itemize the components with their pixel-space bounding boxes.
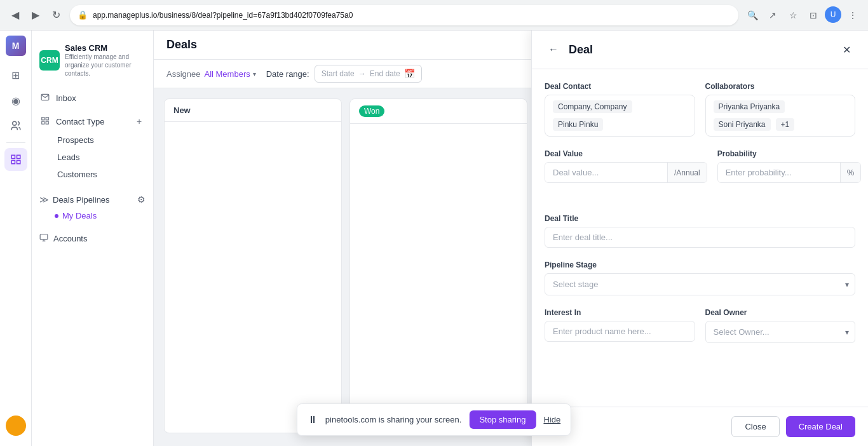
svg-rect-7 — [46, 121, 48, 124]
nav-sub-customers[interactable]: Customers — [32, 166, 153, 183]
nav-my-deals[interactable]: My Deals — [32, 208, 153, 223]
reload-button[interactable]: ↻ — [47, 6, 65, 24]
svg-rect-4 — [11, 161, 15, 164]
contact-type-add-button[interactable]: + — [133, 115, 146, 128]
kanban-column-won-body — [350, 124, 527, 251]
search-button[interactable]: 🔍 — [743, 6, 761, 24]
inbox-icon — [39, 93, 51, 104]
contact-type-icon — [39, 116, 51, 127]
crm-name: Sales CRM — [65, 43, 146, 53]
date-range-section: Date range: Start date → End date 📅 — [266, 65, 422, 83]
interest-owner-row: Interest In Deal Owner Select Owner... ▾ — [545, 308, 855, 343]
svg-rect-9 — [40, 234, 48, 240]
sidebar-item-crm[interactable] — [4, 148, 27, 171]
assignee-dropdown[interactable]: All Members ▾ — [204, 69, 255, 79]
kanban-col-new-label: New — [173, 105, 191, 115]
bookmark-button[interactable]: ☆ — [784, 6, 802, 24]
stop-sharing-button[interactable]: Stop sharing — [469, 410, 536, 429]
sidebar-item-grid[interactable]: ⊞ — [4, 64, 27, 86]
deals-gear-icon[interactable]: ⚙ — [137, 194, 146, 205]
deal-panel: ← Deal ✕ Deal Contact Company, Company P… — [531, 30, 868, 446]
main-content: Deals Assignee All Members ▾ Date range:… — [154, 30, 868, 446]
lock-icon: 🔒 — [78, 10, 88, 20]
contact-type-header-left: Contact Type — [39, 116, 104, 127]
url-text: app.manageplus.io/business/8/deal?pipeli… — [93, 11, 353, 20]
browser-nav-buttons: ◀ ▶ ↻ — [6, 6, 65, 24]
nav-accounts[interactable]: Accounts — [32, 228, 153, 249]
svg-rect-6 — [46, 117, 48, 119]
interest-in-group: Interest In — [545, 308, 695, 343]
kanban-column-new: New — [164, 98, 342, 433]
svg-rect-1 — [11, 155, 15, 158]
assignee-label: Assignee — [166, 69, 200, 79]
deal-panel-footer: Close Create Deal — [532, 407, 868, 446]
kanban-won-badge: Won — [359, 105, 384, 117]
screen-share-icon: ⏸ — [308, 414, 318, 426]
deal-owner-select[interactable]: Select Owner... — [705, 321, 856, 343]
collab-tag-0: Priyanka Priyanka — [714, 100, 785, 113]
contact-tag-0: Company, Company — [553, 100, 632, 113]
contact-type-header[interactable]: Contact Type + — [32, 111, 153, 132]
pipeline-stage-label: Pipeline Stage — [545, 260, 855, 269]
date-range-input[interactable]: Start date → End date 📅 — [315, 65, 422, 83]
back-button[interactable]: ◀ — [6, 6, 24, 24]
deal-title-input[interactable] — [545, 227, 855, 248]
browser-chrome: ◀ ▶ ↻ 🔒 app.manageplus.io/business/8/dea… — [0, 0, 868, 30]
assignee-value-text: All Members — [204, 69, 250, 79]
svg-point-0 — [12, 121, 16, 125]
nav-deals-section: ≫ Deals Pipelines ⚙ My Deals — [32, 186, 153, 228]
layout-button[interactable]: ⊡ — [804, 6, 822, 24]
crm-info: Sales CRM Efficiently manage and organiz… — [65, 43, 146, 78]
pipeline-stage-select[interactable]: Select stage — [545, 273, 855, 295]
assignee-section: Assignee All Members ▾ — [166, 69, 256, 79]
deal-owner-select-wrapper: Select Owner... ▾ — [705, 321, 856, 343]
close-button[interactable]: Close — [731, 416, 779, 437]
screen-share-text: pinetools.com is sharing your screen. — [325, 415, 462, 424]
app-logo[interactable]: M — [6, 36, 26, 56]
collaborators-label: Collaborators — [705, 82, 856, 91]
inbox-label: Inbox — [56, 93, 76, 103]
deal-panel-body: Deal Contact Company, Company Pinku Pink… — [532, 69, 868, 407]
deal-back-button[interactable]: ← — [545, 41, 562, 58]
svg-rect-8 — [42, 121, 44, 124]
deal-owner-group: Deal Owner Select Owner... ▾ — [705, 308, 856, 343]
deal-panel-header-left: ← Deal — [545, 41, 593, 58]
collaborators-box[interactable]: Priyanka Priyanka Soni Priyanka +1 — [705, 95, 856, 137]
address-bar[interactable]: 🔒 app.manageplus.io/business/8/deal?pipe… — [70, 5, 738, 25]
nav-header: CRM Sales CRM Efficiently manage and org… — [32, 38, 153, 88]
date-range-label: Date range: — [266, 69, 309, 79]
interest-in-label: Interest In — [545, 308, 695, 317]
nav-sub-leads[interactable]: Leads — [32, 149, 153, 166]
deal-panel-close-button[interactable]: ✕ — [837, 41, 855, 58]
accounts-icon — [39, 233, 48, 244]
deal-value-input[interactable] — [545, 163, 667, 182]
forward-button[interactable]: ▶ — [27, 6, 44, 24]
deal-contact-label: Deal Contact — [545, 82, 695, 91]
deal-panel-header: ← Deal ✕ — [532, 30, 868, 69]
deals-pipelines-label: Deals Pipelines — [53, 195, 110, 205]
contact-tag-1: Pinku Pinku — [553, 118, 603, 131]
profile-avatar[interactable]: U — [825, 6, 841, 23]
deals-pipelines-header[interactable]: ≫ Deals Pipelines ⚙ — [32, 191, 153, 208]
deal-contact-group: Deal Contact Company, Company Pinku Pink… — [545, 82, 695, 137]
create-deal-button[interactable]: Create Deal — [786, 416, 855, 437]
hide-button[interactable]: Hide — [543, 415, 560, 424]
sidebar-item-analytics[interactable]: ◉ — [4, 89, 27, 112]
svg-rect-3 — [17, 161, 20, 164]
share-button[interactable]: ↗ — [764, 6, 782, 24]
icon-sidebar: M ⊞ ◉ — [0, 30, 32, 446]
assignee-dropdown-icon: ▾ — [253, 71, 256, 78]
interest-in-input[interactable] — [545, 321, 695, 342]
sidebar-item-users[interactable] — [4, 114, 27, 137]
nav-item-inbox[interactable]: Inbox — [32, 88, 153, 109]
nav-sub-prospects[interactable]: Prospects — [32, 132, 153, 149]
probability-input[interactable] — [718, 163, 840, 182]
user-avatar[interactable] — [6, 416, 26, 436]
deal-value-label: Deal Value — [545, 149, 707, 158]
deal-owner-label: Deal Owner — [705, 308, 856, 317]
menu-button[interactable]: ⋮ — [844, 6, 862, 24]
pipeline-stage-group: Pipeline Stage Select stage ▾ — [545, 260, 855, 295]
browser-actions: 🔍 ↗ ☆ ⊡ U ⋮ — [743, 6, 862, 24]
probability-group: Probability % — [717, 149, 862, 201]
deal-contact-box[interactable]: Company, Company Pinku Pinku — [545, 95, 695, 137]
